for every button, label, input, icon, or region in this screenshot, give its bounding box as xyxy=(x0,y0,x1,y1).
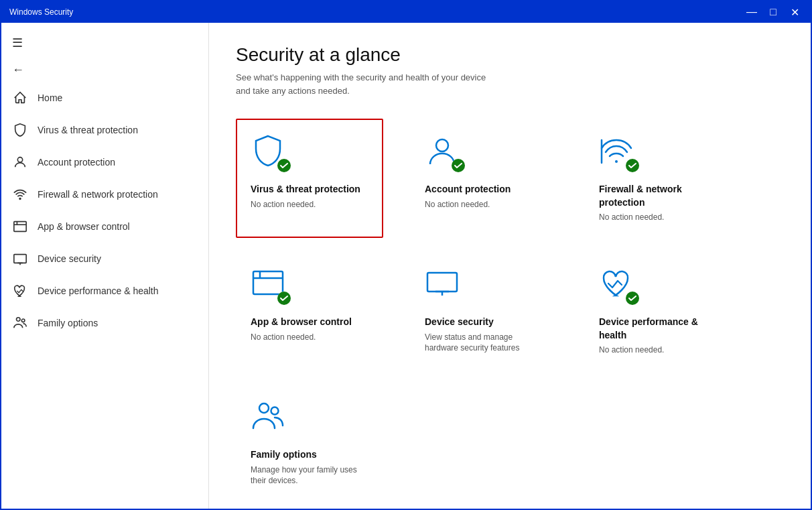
back-button[interactable]: ← xyxy=(1,58,208,82)
card-family-icon-wrap xyxy=(251,399,291,439)
card-virus-title: Virus & threat protection xyxy=(251,183,368,196)
person-icon xyxy=(12,154,28,170)
sidebar-header: ☰ xyxy=(1,28,208,58)
check-badge-virus xyxy=(277,159,291,172)
wifi-icon xyxy=(12,186,28,202)
cards-grid: Virus & threat protection No action need… xyxy=(236,119,784,501)
card-account-desc: No action needed. xyxy=(425,199,543,210)
browser-icon xyxy=(12,218,28,235)
card-family-desc: Manage how your family uses their device… xyxy=(251,464,368,487)
card-account[interactable]: Account protection No action needed. xyxy=(410,119,557,238)
check-badge-app-browser xyxy=(277,292,291,305)
sidebar-app-browser-label: App & browser control xyxy=(38,221,130,232)
app-title: Windows Security xyxy=(9,7,744,17)
svg-rect-16 xyxy=(253,271,283,294)
sidebar-item-firewall[interactable]: Firewall & network protection xyxy=(1,178,208,210)
sidebar-home-label: Home xyxy=(38,92,62,103)
svg-point-9 xyxy=(21,319,25,322)
card-device-security-desc: View status and manage hardware security… xyxy=(425,332,543,355)
card-firewall-title: Firewall & network protection xyxy=(599,183,717,209)
card-family-title: Family options xyxy=(251,448,368,462)
home-icon xyxy=(12,90,28,106)
sidebar: ☰ ← Home Virus & threat protection xyxy=(1,23,209,509)
svg-point-25 xyxy=(271,407,279,414)
close-button[interactable]: ✕ xyxy=(787,4,803,20)
card-device-security-icon-wrap xyxy=(425,266,465,306)
sidebar-item-family[interactable]: Family options xyxy=(1,307,208,339)
sidebar-firewall-label: Firewall & network protection xyxy=(38,189,158,200)
card-virus[interactable]: Virus & threat protection No action need… xyxy=(236,119,383,238)
sidebar-item-home[interactable]: Home xyxy=(1,82,208,114)
card-app-browser-icon-wrap xyxy=(251,266,291,306)
card-app-browser[interactable]: App & browser control No action needed. xyxy=(236,251,383,371)
maximize-button[interactable]: □ xyxy=(765,4,781,20)
page-title: Security at a glance xyxy=(236,44,784,66)
svg-rect-5 xyxy=(14,255,26,263)
card-virus-icon-wrap xyxy=(251,133,291,174)
sidebar-item-app-browser[interactable]: App & browser control xyxy=(1,210,208,243)
svg-point-0 xyxy=(17,157,22,162)
card-virus-desc: No action needed. xyxy=(251,199,368,210)
sidebar-item-device-health[interactable]: Device performance & health xyxy=(1,275,208,307)
svg-rect-20 xyxy=(427,273,457,292)
card-device-health-icon-wrap xyxy=(599,266,639,306)
svg-point-1 xyxy=(19,198,21,200)
card-device-health[interactable]: Device performance & health No action ne… xyxy=(584,251,732,371)
sidebar-account-label: Account protection xyxy=(38,157,115,168)
sidebar-device-security-label: Device security xyxy=(38,253,101,264)
card-app-browser-title: App & browser control xyxy=(251,316,368,329)
card-device-security-title: Device security xyxy=(425,316,543,329)
svg-point-24 xyxy=(259,403,269,413)
sidebar-item-virus[interactable]: Virus & threat protection xyxy=(1,114,208,146)
sidebar-device-health-label: Device performance & health xyxy=(38,285,159,296)
svg-point-11 xyxy=(436,139,448,151)
hamburger-icon[interactable]: ☰ xyxy=(12,36,23,50)
svg-point-13 xyxy=(615,160,618,163)
minimize-button[interactable]: — xyxy=(744,4,760,20)
sidebar-item-device-security[interactable]: Device security xyxy=(1,243,208,275)
title-bar: Windows Security — □ ✕ xyxy=(1,1,811,23)
card-firewall-icon-wrap xyxy=(599,133,639,174)
check-badge-account xyxy=(452,159,465,172)
sidebar-item-account[interactable]: Account protection xyxy=(1,146,208,178)
card-account-title: Account protection xyxy=(425,183,543,196)
check-badge-device-health xyxy=(626,292,639,305)
check-badge-firewall xyxy=(626,159,639,172)
app-container: ☰ ← Home Virus & threat protection xyxy=(1,23,811,509)
card-family[interactable]: Family options Manage how your family us… xyxy=(236,384,383,501)
window-controls: — □ ✕ xyxy=(744,4,803,20)
sidebar-virus-label: Virus & threat protection xyxy=(38,125,138,135)
card-device-health-desc: No action needed. xyxy=(599,344,717,356)
card-firewall-desc: No action needed. xyxy=(599,212,717,223)
main-content: Security at a glance See what's happenin… xyxy=(209,23,811,509)
card-device-health-title: Device performance & health xyxy=(599,316,717,342)
svg-rect-2 xyxy=(14,222,26,232)
card-device-security[interactable]: Device security View status and manage h… xyxy=(410,251,557,371)
heart-icon xyxy=(12,283,28,299)
card-firewall[interactable]: Firewall & network protection No action … xyxy=(584,119,732,238)
card-app-browser-desc: No action needed. xyxy=(251,332,368,343)
sidebar-family-label: Family options xyxy=(38,318,98,328)
device-icon xyxy=(12,251,28,267)
svg-point-8 xyxy=(17,318,21,322)
page-subtitle: See what's happening with the security a… xyxy=(236,71,784,97)
shield-icon xyxy=(12,122,28,138)
card-account-icon-wrap xyxy=(425,133,465,174)
back-icon: ← xyxy=(12,63,24,77)
family-icon xyxy=(12,315,28,331)
